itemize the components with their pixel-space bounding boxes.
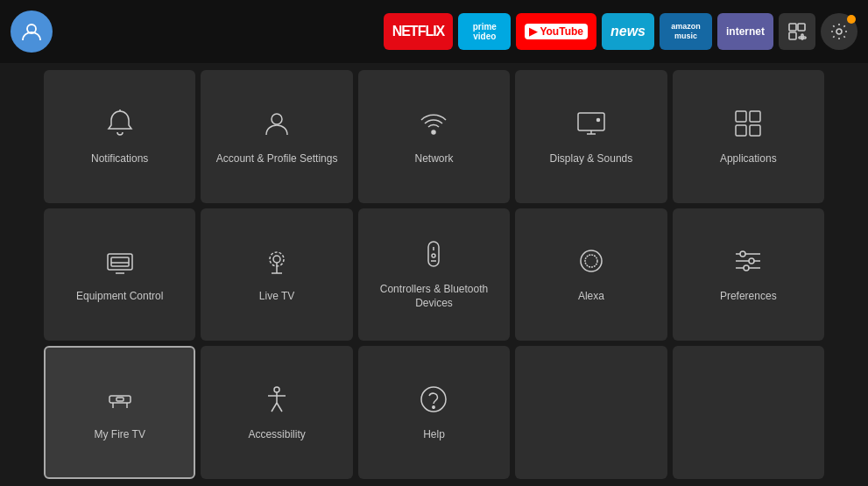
firetv-icon	[104, 384, 136, 419]
tile-my-fire-tv[interactable]: My Fire TV	[44, 346, 195, 479]
svg-rect-41	[116, 398, 123, 401]
nav-home[interactable]	[63, 26, 95, 37]
tile-label-network: Network	[414, 152, 453, 166]
app-prime-video[interactable]: primevideo	[458, 13, 511, 50]
svg-point-6	[836, 29, 842, 34]
tile-label-notifications: Notifications	[91, 152, 148, 166]
avatar[interactable]	[11, 11, 53, 53]
app-shortcuts: NETFLIX primevideo ▶ YouTube news amazon…	[384, 13, 857, 50]
settings-container: Notifications Account & Profile Settings…	[0, 63, 868, 486]
svg-rect-17	[750, 125, 760, 136]
svg-line-45	[272, 403, 277, 412]
antenna-icon	[261, 245, 293, 281]
svg-rect-14	[736, 111, 746, 122]
tile-applications[interactable]: Applications	[673, 70, 824, 203]
svg-point-13	[596, 118, 599, 121]
app-grid-button[interactable]	[779, 13, 815, 50]
tile-label-applications: Applications	[720, 152, 777, 166]
svg-point-35	[740, 251, 745, 257]
tile-notifications[interactable]: Notifications	[44, 70, 195, 203]
nav-live[interactable]	[126, 26, 158, 37]
settings-button[interactable]	[821, 13, 857, 50]
top-nav: NETFLIX primevideo ▶ YouTube news amazon…	[0, 0, 868, 63]
tile-label-preferences: Preferences	[720, 290, 777, 304]
settings-notification-dot	[847, 15, 856, 24]
sliders-icon	[732, 245, 764, 281]
accessibility-icon	[261, 384, 293, 419]
svg-point-23	[273, 256, 280, 263]
svg-point-48	[433, 406, 434, 408]
display-icon	[575, 108, 607, 144]
svg-rect-15	[750, 111, 760, 122]
help-icon	[418, 384, 449, 419]
bell-icon	[104, 108, 136, 144]
app-youtube[interactable]: ▶ YouTube	[516, 13, 596, 50]
tile-label-accessibility: Accessibility	[248, 428, 305, 442]
tile-label-equipment: Equipment Control	[76, 290, 163, 304]
tv-icon	[104, 245, 136, 281]
svg-rect-5	[799, 37, 806, 39]
tile-live-tv[interactable]: Live TV	[201, 208, 352, 342]
svg-rect-16	[736, 125, 746, 136]
tile-label-my-fire-tv: My Fire TV	[94, 428, 145, 442]
svg-rect-3	[789, 32, 796, 39]
person-icon	[261, 108, 293, 144]
tile-empty2[interactable]	[673, 346, 824, 479]
tile-label-alexa: Alexa	[578, 290, 604, 304]
alexa-icon	[575, 245, 607, 281]
svg-point-8	[272, 114, 282, 124]
svg-rect-1	[789, 24, 796, 31]
tile-display-sounds[interactable]: Display & Sounds	[515, 70, 667, 203]
svg-line-46	[277, 403, 282, 412]
svg-rect-20	[111, 257, 129, 266]
app-netflix[interactable]: NETFLIX	[384, 13, 454, 50]
app-internet[interactable]: internet	[717, 13, 773, 50]
tile-account[interactable]: Account & Profile Settings	[201, 70, 352, 203]
tile-controllers[interactable]: Controllers & Bluetooth Devices	[358, 208, 510, 342]
tile-help[interactable]: Help	[358, 346, 510, 479]
tile-preferences[interactable]: Preferences	[673, 208, 824, 342]
wifi-icon	[418, 108, 449, 144]
app-amazon-music[interactable]: amazonmusic	[660, 13, 712, 50]
svg-rect-2	[798, 24, 805, 31]
apps-icon	[732, 108, 764, 144]
tile-empty1[interactable]	[515, 346, 667, 479]
svg-point-42	[274, 387, 279, 392]
tile-label-display-sounds: Display & Sounds	[550, 152, 633, 166]
tile-label-controllers: Controllers & Bluetooth Devices	[369, 283, 499, 310]
svg-point-9	[432, 130, 435, 134]
tile-alexa[interactable]: Alexa	[515, 208, 667, 342]
tile-label-account: Account & Profile Settings	[216, 152, 338, 166]
svg-rect-38	[109, 396, 131, 403]
remote-icon	[418, 238, 449, 274]
svg-point-36	[749, 258, 754, 264]
app-news[interactable]: news	[602, 13, 654, 50]
tile-label-live-tv: Live TV	[259, 290, 294, 304]
tile-label-help: Help	[423, 428, 445, 442]
svg-point-37	[744, 265, 749, 271]
nav-find[interactable]	[95, 26, 126, 37]
svg-rect-10	[578, 113, 604, 130]
nav-links	[63, 26, 158, 37]
tile-accessibility[interactable]: Accessibility	[201, 346, 352, 479]
tile-network[interactable]: Network	[358, 70, 510, 203]
svg-point-30	[581, 250, 602, 271]
tile-equipment[interactable]: Equipment Control	[44, 208, 195, 342]
settings-grid: Notifications Account & Profile Settings…	[44, 70, 824, 479]
svg-point-28	[432, 254, 435, 257]
svg-point-31	[585, 255, 597, 267]
